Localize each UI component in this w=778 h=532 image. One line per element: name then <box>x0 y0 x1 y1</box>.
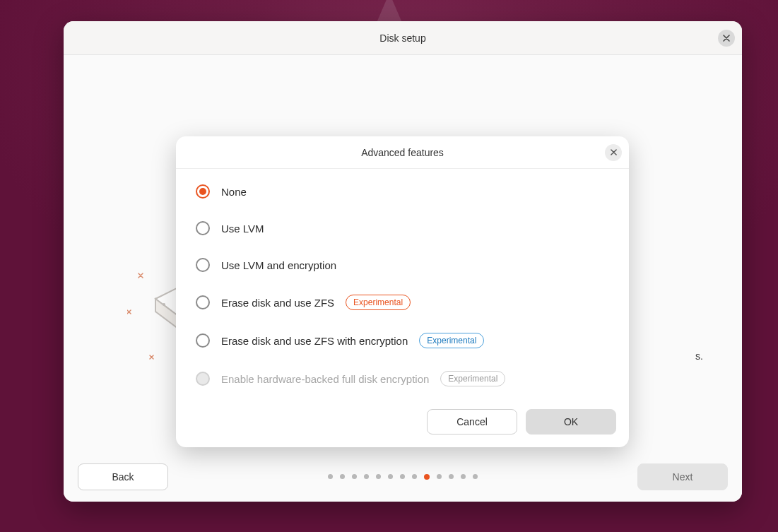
window-close-button[interactable] <box>718 30 735 47</box>
radio-icon <box>196 258 210 272</box>
radio-icon <box>196 295 210 309</box>
page-dot <box>412 474 417 479</box>
dialog-close-button[interactable] <box>605 144 622 161</box>
cancel-button[interactable]: Cancel <box>427 409 517 435</box>
options-list: None Use LVM Use LVM and encryption Eras… <box>176 169 629 391</box>
close-icon <box>611 149 617 155</box>
dialog-title: Advanced features <box>361 147 444 158</box>
page-indicator <box>328 474 478 480</box>
option-none[interactable]: None <box>196 184 609 199</box>
option-use-lvm-encryption[interactable]: Use LVM and encryption <box>196 258 609 272</box>
option-label: Enable hardware-backed full disk encrypt… <box>221 373 429 385</box>
page-dot <box>328 474 333 479</box>
option-label: Use LVM <box>221 223 264 235</box>
dialog-button-row: Cancel OK <box>176 391 629 447</box>
page-dot <box>400 474 405 479</box>
option-label: Erase disk and use ZFS with encryption <box>221 335 408 347</box>
page-dot <box>424 474 430 480</box>
wizard-footer: Back Next <box>64 452 742 502</box>
experimental-badge: Experimental <box>419 333 484 348</box>
window-titlebar: Disk setup <box>64 21 742 55</box>
page-dot <box>449 474 454 479</box>
option-label: None <box>221 186 247 198</box>
radio-icon <box>196 372 210 386</box>
advanced-features-dialog: Advanced features None Use LVM Use LVM a… <box>176 136 629 447</box>
option-zfs-encryption[interactable]: Erase disk and use ZFS with encryption E… <box>196 333 609 348</box>
back-button[interactable]: Back <box>78 463 168 490</box>
page-dot <box>461 474 466 479</box>
radio-icon <box>196 333 210 348</box>
window-title: Disk setup <box>379 32 425 44</box>
window-body: s. Advanced features None Use LVM <box>64 55 742 502</box>
close-icon <box>723 35 730 42</box>
dialog-header: Advanced features <box>176 136 629 169</box>
page-dot <box>364 474 369 479</box>
page-dot <box>352 474 357 479</box>
page-dot <box>473 474 478 479</box>
option-zfs[interactable]: Erase disk and use ZFS Experimental <box>196 295 609 310</box>
page-dot <box>340 474 345 479</box>
option-use-lvm[interactable]: Use LVM <box>196 221 609 235</box>
installer-window: Disk setup s. <box>64 21 742 502</box>
option-label: Erase disk and use ZFS <box>221 297 334 309</box>
experimental-badge: Experimental <box>440 371 505 386</box>
page-dot <box>388 474 393 479</box>
partial-background-text: s. <box>695 350 703 362</box>
page-dot <box>437 474 442 479</box>
svg-point-0 <box>163 303 165 306</box>
ok-button[interactable]: OK <box>526 409 616 435</box>
option-label: Use LVM and encryption <box>221 259 336 271</box>
background-triangle-decoration <box>377 0 402 23</box>
next-button[interactable]: Next <box>637 463 728 490</box>
radio-icon <box>196 184 210 199</box>
page-dot <box>376 474 381 479</box>
option-hardware-fde: Enable hardware-backed full disk encrypt… <box>196 371 609 386</box>
radio-icon <box>196 221 210 235</box>
experimental-badge: Experimental <box>346 295 411 310</box>
